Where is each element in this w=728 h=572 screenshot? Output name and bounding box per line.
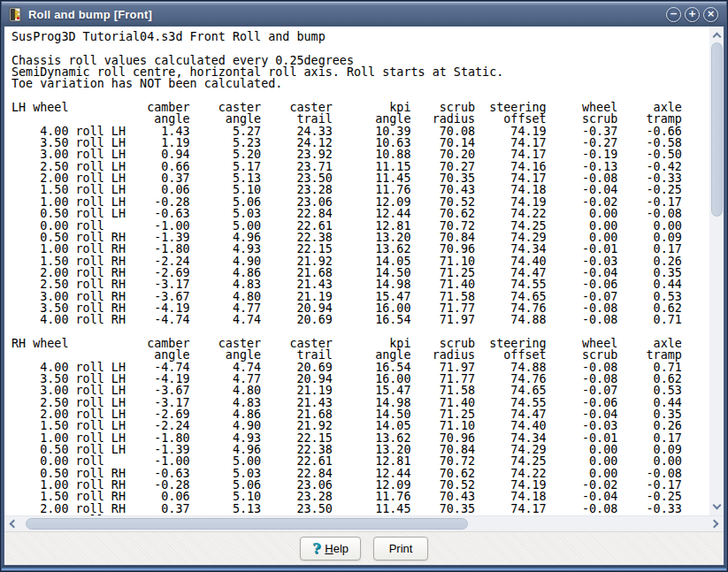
help-question-icon: ? [312,540,320,557]
title-bar[interactable]: Roll and bump [Front] − + × [2,2,726,26]
vertical-scrollbar-thumb[interactable] [711,42,723,217]
app-window: Roll and bump [Front] − + × SusProg3D Tu… [0,0,728,572]
button-bar: ? Help Print [4,531,724,565]
scroll-right-icon[interactable] [710,520,719,529]
vertical-scrollbar[interactable] [709,27,724,515]
print-button[interactable]: Print [373,537,428,561]
scroll-down-icon[interactable] [713,501,722,510]
window-frame-bottom-accent [2,566,726,570]
window-title: Roll and bump [Front] [28,8,666,21]
horizontal-scrollbar[interactable] [4,515,724,531]
minimize-button[interactable]: − [666,7,681,22]
client-area: SusProg3D Tutorial04.s3d Front Roll and … [4,27,724,565]
help-button[interactable]: ? Help [300,537,361,561]
help-button-label: Help [325,542,349,555]
scroll-up-icon[interactable] [713,33,722,42]
close-button[interactable]: × [703,7,718,22]
window-controls: − + × [666,7,718,22]
maximize-button[interactable]: + [685,7,700,22]
scroll-left-icon[interactable] [10,520,19,529]
horizontal-scrollbar-thumb[interactable] [26,518,468,530]
print-button-label: Print [389,542,413,555]
app-icon [8,7,23,22]
report-text: SusProg3D Tutorial04.s3d Front Roll and … [4,27,709,515]
report-viewport: SusProg3D Tutorial04.s3d Front Roll and … [4,27,709,515]
